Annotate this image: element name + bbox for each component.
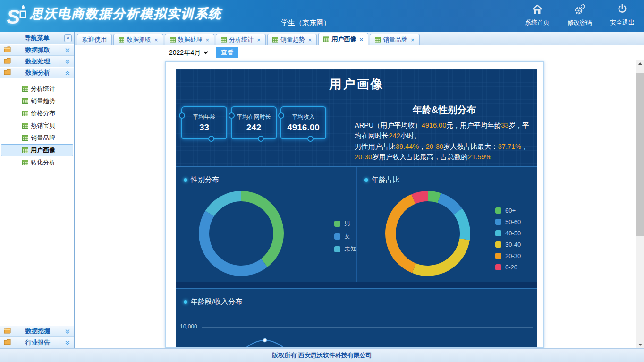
folder-icon [4,69,11,77]
legend-item[interactable]: 40-50 [495,230,521,237]
scrollbar-thumb[interactable] [636,73,644,236]
sidebar-item-analysis-stats[interactable]: 分析统计 [0,83,74,95]
sidebar-item-user-portrait[interactable]: 用户画像 [1,144,73,156]
sidebar-item-sales-brand[interactable]: 销量品牌 [0,132,74,144]
highlight-value: 20-30 [426,143,443,150]
legend-item[interactable]: 男 [334,219,356,228]
sidebar-item-hot-items[interactable]: 热销宝贝 [0,120,74,132]
age-legend: 60+50-6040-5030-4020-300-20 [495,207,521,271]
close-icon[interactable]: × [206,36,210,43]
sidebar-group-data-mining[interactable]: 数据挖掘 [0,326,74,337]
summary-paragraph-1: ARPU（用户平均收）4916.00元，用户平均年龄33岁，平均在网时长242小… [355,120,534,141]
close-icon[interactable]: × [154,36,158,43]
tab-analysis-stats[interactable]: 分析统计 × [216,34,266,45]
folder-icon [4,338,11,347]
folder-icon [4,46,11,54]
summary-heading: 年龄&性别分布 [355,103,534,116]
legend-swatch [334,246,340,252]
table-icon [22,123,28,129]
sidebar-title: 导航菜单 [25,34,50,43]
change-password-label: 修改密码 [568,18,592,27]
legend-label: 50-60 [505,218,521,225]
summary-block: 年龄&性别分布 ARPU（用户平均收）4916.00元，用户平均年龄33岁，平均… [355,103,534,163]
dashboard-container: 用户画像 平均年龄 33 平均在网时长 242 平均收入 4916.00 [165,61,544,348]
legend-label: 女 [344,232,350,241]
sidebar-group-data-analysis[interactable]: 数据分析 [0,67,74,78]
vertical-scrollbar[interactable] [636,60,644,348]
scroll-down-button[interactable] [636,341,644,348]
legend-item[interactable]: 50-60 [495,218,521,225]
age-distribution-panel: 年龄占比 60+50-6040-5030-4020-300-20 [356,167,537,282]
sidebar: 导航菜单 « 数据抓取 数据处理 数据分析 分析统计 [0,32,75,348]
stat-card-avg-age: 平均年龄 33 [181,106,227,139]
chevron-double-down-icon [65,329,70,334]
table-icon [22,147,28,153]
legend-item[interactable]: 60+ [495,207,521,214]
stat-card-avg-income: 平均收入 4916.00 [280,106,326,139]
scroll-area: 用户画像 平均年龄 33 平均在网时长 242 平均收入 4916.00 [75,60,644,348]
age-chart-title: 年龄占比 [364,175,400,184]
bullet-icon [184,178,187,182]
table-icon [272,37,278,43]
highlight-value: 4916.00 [422,121,446,129]
month-select[interactable]: 2022年4月 [167,47,210,58]
tab-user-portrait[interactable]: 用户画像 × [318,33,368,45]
close-icon[interactable]: × [257,36,261,43]
donut-segment-未知 [205,191,241,216]
gender-donut-chart [197,190,285,277]
scroll-up-button[interactable] [636,60,644,67]
header-actions: 系统首页 修改密码 安全退出 [525,3,635,27]
tab-sales-trend[interactable]: 销量趋势 × [267,34,317,45]
change-password-button[interactable]: 修改密码 [568,3,592,27]
table-icon [323,36,329,42]
home-button[interactable]: 系统首页 [525,3,550,27]
power-icon [616,3,628,17]
sidebar-group-industry-report[interactable]: 行业报告 [0,337,74,348]
sidebar-group-data-capture[interactable]: 数据抓取 [0,44,74,56]
close-icon[interactable]: × [359,36,363,43]
tab-welcome[interactable]: 欢迎使用 [77,34,112,45]
sidebar-item-sales-trend[interactable]: 销量趋势 [0,95,74,107]
legend-item[interactable]: 未知 [334,245,356,253]
legend-swatch [334,233,340,240]
close-icon[interactable]: × [308,36,312,43]
legend-label: 30-40 [505,241,521,248]
table-icon [375,37,381,43]
legend-item[interactable]: 女 [334,232,356,241]
gear-icon [574,3,586,17]
legend-swatch [495,219,501,225]
folder-icon [4,327,11,336]
summary-paragraph-2: 男性用户占比39.44%，20-30岁人数占比最大：37.71%，20-30岁用… [355,141,534,163]
dashboard-title: 用户画像 [176,69,537,93]
stat-cards: 平均年龄 33 平均在网时长 242 平均收入 4916.00 [181,106,326,139]
table-icon [22,135,28,141]
table-icon [22,160,28,165]
legend-item[interactable]: 30-40 [495,241,521,248]
view-button[interactable]: 查看 [216,47,238,58]
bullet-icon [364,178,368,182]
charts-row: 性别分布 男女未知 年龄占比 60+50-6040-5030-4020-300-… [176,166,537,282]
legend-item[interactable]: 0-20 [495,264,521,271]
legend-label: 40-50 [505,230,521,237]
income-chart-title: 年龄段/收入分布 [184,297,242,306]
sidebar-item-conversion-analysis[interactable]: 转化分析 [0,156,74,169]
svg-text:S: S [7,6,20,28]
gender-chart-title: 性别分布 [184,175,219,184]
legend-swatch [495,264,501,270]
legend-swatch [495,230,501,236]
legend-swatch [495,253,501,259]
folder-icon [4,57,11,66]
tab-sales-brand[interactable]: 销量品牌 × [370,34,420,45]
main-content: 欢迎使用 数据抓取 × 数据处理 × 分析统计 × 销量趋势 × 用户画像 × [75,32,644,348]
sidebar-submenu: 分析统计 销量趋势 价格分布 热销宝贝 销量品牌 用户画像 转化分析 [0,78,74,172]
tab-data-processing[interactable]: 数据处理 × [165,34,215,45]
logout-button[interactable]: 安全退出 [610,3,635,27]
sidebar-collapse-button[interactable]: « [64,34,72,42]
close-icon[interactable]: × [411,36,415,43]
sidebar-group-data-processing[interactable]: 数据处理 [0,56,74,67]
tab-data-capture[interactable]: 数据抓取 × [113,34,163,45]
legend-item[interactable]: 20-30 [495,252,521,259]
donut-segment-40-50 [454,208,470,240]
stat-card-avg-online-time: 平均在网时长 242 [231,106,277,139]
sidebar-item-price-distribution[interactable]: 价格分布 [0,107,74,120]
